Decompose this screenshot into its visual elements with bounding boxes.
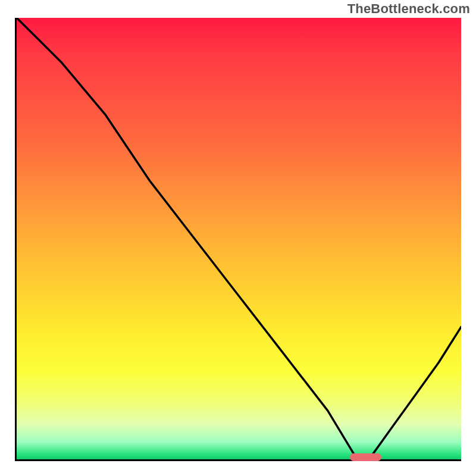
chart-container: TheBottleneck.com [0, 0, 476, 476]
watermark-text: TheBottleneck.com [347, 1, 470, 17]
optimal-range-marker [350, 453, 381, 461]
bottleneck-curve-svg [17, 18, 461, 459]
bottleneck-curve-path [17, 18, 461, 455]
